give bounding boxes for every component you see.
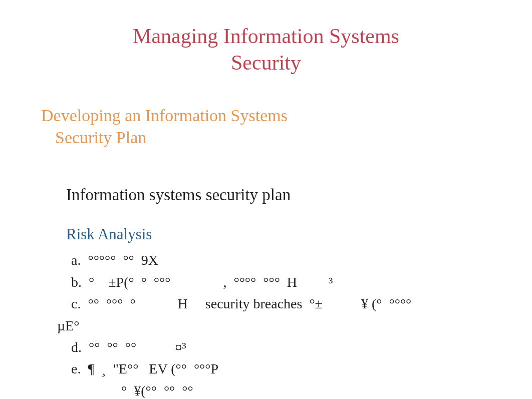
title-line-2: Security: [231, 51, 301, 74]
slide-subtitle: Developing an Information Systems Securi…: [41, 105, 532, 149]
subtitle-line-1: Developing an Information Systems: [41, 106, 288, 125]
risk-analysis-heading: Risk Analysis: [66, 225, 532, 243]
list-item: e. ¶ ¸ "E°° EV (°° °°°P: [71, 358, 532, 379]
list-item-wrap: µE°: [57, 315, 532, 336]
list-item-wrap: ° ¥(°° °° °°: [121, 380, 532, 399]
subtitle-line-2: Security Plan: [55, 127, 532, 149]
body-heading: Information systems security plan: [66, 186, 532, 204]
risk-analysis-list: a. °°°°° °° 9X b. ° ±P(° ° °°° , °°°° °°…: [71, 249, 532, 399]
list-item: c. °° °°° ° H security breaches °± ¥ (° …: [71, 293, 532, 314]
list-item: a. °°°°° °° 9X: [71, 249, 532, 271]
list-item: b. ° ±P(° ° °°° , °°°° °°° H ³: [71, 271, 532, 293]
slide-title: Managing Information Systems Security: [0, 23, 532, 76]
title-line-1: Managing Information Systems: [133, 25, 399, 48]
list-item: d. °° °° °° ¤³: [71, 336, 532, 358]
